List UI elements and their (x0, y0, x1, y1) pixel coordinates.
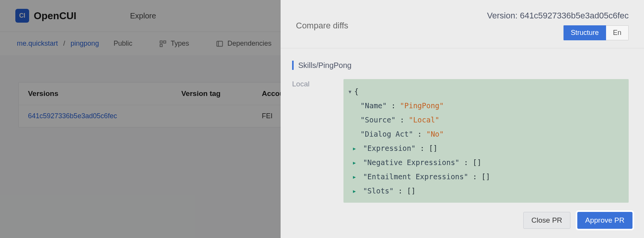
close-pr-button[interactable]: Close PR (523, 212, 570, 229)
code-line: ▸ "Entailment Expressions" : [] (347, 170, 623, 184)
code-line: "Name" : "PingPong" (347, 99, 623, 113)
panel-header-right: Version: 641c5927336b5e3ad05c6fec Struct… (487, 11, 629, 40)
code-line: "Dialog Act" : "No" (347, 127, 623, 141)
code-line: "Source" : "Local" (347, 113, 623, 127)
expand-icon[interactable]: ▸ (352, 170, 357, 184)
version-label: Version: 641c5927336b5e3ad05c6fec (487, 11, 629, 21)
segment-en[interactable]: En (606, 25, 629, 40)
diff-path-text: Skills/PingPong (298, 61, 352, 70)
expand-icon[interactable]: ▸ (352, 184, 357, 198)
panel-footer: Close PR Approve PR (281, 205, 644, 238)
expand-icon[interactable]: ▸ (352, 155, 357, 170)
diff-row: Local ▾{ "Name" : "PingPong" "Source" : … (292, 79, 629, 203)
expand-icon[interactable]: ▸ (352, 141, 357, 155)
diff-path: Skills/PingPong (292, 61, 629, 70)
path-marker-icon (292, 61, 294, 70)
approve-pr-button[interactable]: Approve PR (577, 212, 632, 229)
code-line: ▸ "Expression" : [] (347, 141, 623, 155)
diff-side-label: Local (292, 79, 342, 88)
code-line-open: ▾{ (347, 84, 623, 99)
code-block[interactable]: ▾{ "Name" : "PingPong" "Source" : "Local… (343, 79, 629, 203)
code-line: ▸ "Negative Expressions" : [] (347, 155, 623, 170)
panel-header: Compare diffs Version: 641c5927336b5e3ad… (281, 0, 644, 48)
view-segment: Structure En (564, 25, 629, 40)
panel-title: Compare diffs (296, 21, 348, 31)
segment-structure[interactable]: Structure (564, 25, 606, 40)
compare-diffs-panel: Compare diffs Version: 641c5927336b5e3ad… (281, 0, 644, 238)
code-line: ▸ "Slots" : [] (347, 184, 623, 198)
